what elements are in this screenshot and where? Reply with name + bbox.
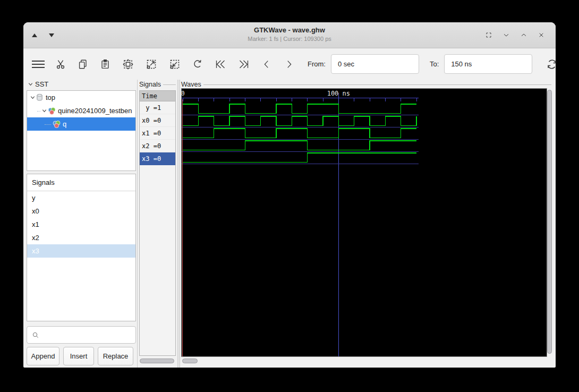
sst-header[interactable]: SST xyxy=(28,80,48,88)
waveform-plot[interactable]: 0100 ns xyxy=(182,89,547,356)
raise-window-icon[interactable] xyxy=(32,33,37,37)
copy-icon xyxy=(77,58,89,70)
zoom-in-icon xyxy=(145,58,158,71)
from-input[interactable] xyxy=(331,54,419,74)
tree-guide xyxy=(37,110,40,112)
lower-window-icon[interactable] xyxy=(49,33,54,37)
undo-button[interactable] xyxy=(192,58,203,71)
skip-to-start-icon xyxy=(214,58,227,71)
signal-value-row[interactable]: x2 =0 xyxy=(140,140,175,152)
tree-item-label: quine20241009_testben xyxy=(58,107,132,115)
zoom-in-button[interactable] xyxy=(145,58,158,71)
trace-x2[interactable] xyxy=(183,141,416,150)
skip-to-end-button[interactable] xyxy=(237,58,250,71)
skip-to-end-icon xyxy=(237,58,250,71)
close-button[interactable] xyxy=(537,30,546,40)
trace-x1[interactable] xyxy=(183,129,416,138)
tree-item-label: q xyxy=(63,120,66,128)
chevron-up-icon xyxy=(520,31,528,39)
wave-canvas[interactable]: 0100 ns xyxy=(181,88,547,357)
values-frame-label: Signals xyxy=(139,81,176,88)
gtkwave-window: GTKWave - wave.ghw Marker: 1 fs | Cursor… xyxy=(23,22,556,368)
window-title: GTKWave - wave.ghw xyxy=(87,26,492,34)
signal-list-item-x3[interactable]: x3 xyxy=(27,244,135,258)
trace-x3[interactable] xyxy=(183,153,416,163)
reload-icon xyxy=(546,58,558,71)
signal-list-item-x2[interactable]: x2 xyxy=(27,231,135,244)
close-icon xyxy=(537,31,546,39)
sst-expander-icon[interactable] xyxy=(28,81,33,87)
copy-button[interactable] xyxy=(77,58,89,71)
expander-icon[interactable] xyxy=(41,108,47,114)
to-label: To: xyxy=(430,60,439,68)
signal-list-item-y[interactable]: y xyxy=(27,191,135,204)
titlebar[interactable]: GTKWave - wave.ghw Marker: 1 fs | Cursor… xyxy=(23,22,556,48)
values-hscrollbar[interactable] xyxy=(140,359,174,363)
cut-button[interactable] xyxy=(55,58,66,71)
signals-list-header: Signals xyxy=(27,174,135,191)
trace-y[interactable] xyxy=(183,104,416,114)
module-icon xyxy=(52,120,61,129)
signal-value-row[interactable]: x1 =0 xyxy=(140,127,175,140)
signal-value-row[interactable]: x0 =0 xyxy=(140,114,175,127)
zoom-out-button[interactable] xyxy=(168,58,181,71)
signal-values-panel[interactable]: Time y =1x0 =0x1 =0x2 =0x3 =0 xyxy=(139,90,176,356)
scope-icon xyxy=(36,93,44,101)
timeline-label: 0 xyxy=(182,90,185,97)
module-icon xyxy=(47,107,56,115)
fullscreen-icon xyxy=(484,31,493,39)
maximize-button[interactable] xyxy=(519,30,529,40)
panel-divider xyxy=(137,80,138,368)
tree-guide xyxy=(45,124,51,125)
step-forward-icon xyxy=(283,58,295,70)
waves-frame-label: Waves xyxy=(181,81,551,88)
signal-value-row[interactable]: y =1 xyxy=(140,101,175,114)
minimize-button[interactable] xyxy=(501,30,511,40)
step-back-button[interactable] xyxy=(261,58,273,71)
replace-button[interactable]: Replace xyxy=(98,347,133,365)
tree-item-quine20241009_testben[interactable]: quine20241009_testben xyxy=(27,104,135,117)
skip-to-start-button[interactable] xyxy=(214,58,227,71)
wave-hscrollbar[interactable] xyxy=(182,359,198,363)
signal-list-item-x0[interactable]: x0 xyxy=(27,204,135,218)
sst-tree[interactable]: topquine20241009_testbenq xyxy=(27,90,136,171)
from-label: From: xyxy=(308,60,326,68)
step-forward-button[interactable] xyxy=(283,58,295,71)
menu-button[interactable] xyxy=(30,58,46,71)
tree-item-label: top xyxy=(46,93,55,101)
paste-button[interactable] xyxy=(99,58,111,71)
wave-vscrollbar[interactable] xyxy=(547,90,552,354)
sst-label: SST xyxy=(35,80,48,88)
zoom-fit-button[interactable] xyxy=(122,58,134,71)
time-header[interactable]: Time xyxy=(140,91,175,101)
fullscreen-button[interactable] xyxy=(484,30,493,40)
paste-icon xyxy=(99,58,111,70)
search-icon xyxy=(31,331,40,339)
zoom-out-icon xyxy=(168,58,181,71)
signal-search-box[interactable] xyxy=(27,326,136,344)
signal-list-item-x1[interactable]: x1 xyxy=(27,218,135,231)
tree-item-q[interactable]: q xyxy=(27,117,135,131)
zoom-fit-icon xyxy=(122,58,134,71)
trace-x0[interactable] xyxy=(183,116,416,126)
tree-item-top[interactable]: top xyxy=(27,91,135,104)
step-back-icon xyxy=(261,58,273,70)
cut-icon xyxy=(55,58,66,70)
reload-button[interactable] xyxy=(546,58,558,71)
toolbar: From: To: xyxy=(23,48,556,80)
chevron-down-icon xyxy=(502,31,510,39)
expander-icon[interactable] xyxy=(30,95,36,100)
undo-icon xyxy=(192,58,203,70)
append-button[interactable]: Append xyxy=(27,347,59,365)
pane-splitter[interactable] xyxy=(177,80,180,368)
search-input[interactable] xyxy=(43,330,135,339)
desktop-background: GTKWave - wave.ghw Marker: 1 fs | Cursor… xyxy=(0,0,579,392)
to-input[interactable] xyxy=(444,54,532,74)
signal-value-row[interactable]: x3 =0 xyxy=(140,152,175,165)
menu-icon xyxy=(30,58,46,71)
marker-cursor-status: Marker: 1 fs | Cursor: 109300 ps xyxy=(87,36,492,42)
insert-button[interactable]: Insert xyxy=(63,347,94,365)
signals-list-panel: Signals yx0x1x2x3 xyxy=(27,174,136,321)
